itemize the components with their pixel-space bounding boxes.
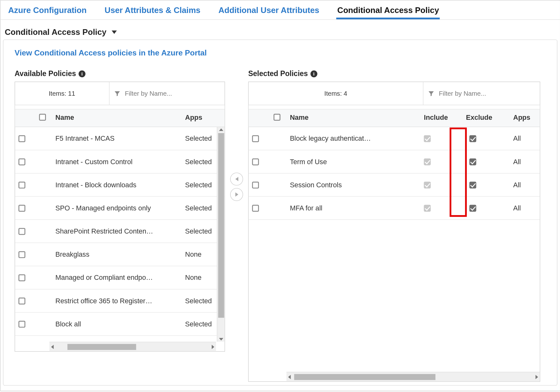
- table-row[interactable]: Restrict office 365 to Register…Selected: [15, 289, 224, 312]
- table-row[interactable]: F5 Intranet - MCASSelected: [15, 127, 224, 150]
- row-apps: All: [510, 204, 540, 212]
- selected-filter-input[interactable]: [439, 90, 536, 97]
- row-checkbox[interactable]: [18, 321, 25, 328]
- move-left-button[interactable]: [230, 173, 243, 186]
- section-title: Conditional Access Policy: [5, 28, 106, 37]
- selected-header-include[interactable]: Include: [421, 114, 463, 122]
- row-exclude: [462, 158, 510, 165]
- scroll-down-icon[interactable]: [219, 338, 223, 340]
- row-name: MFA for all: [286, 204, 421, 212]
- row-name: F5 Intranet - MCAS: [52, 135, 182, 142]
- table-row[interactable]: Term of UseAll: [249, 150, 540, 173]
- row-name: Managed or Compliant endpo…: [52, 274, 182, 281]
- selected-listbox: Items: 4 Name Include Exclude Apps Block…: [248, 81, 540, 382]
- hscroll-thumb[interactable]: [294, 374, 435, 380]
- include-checkbox[interactable]: [424, 205, 431, 212]
- row-checkbox[interactable]: [18, 158, 25, 165]
- table-row[interactable]: Block allSelected: [15, 312, 224, 336]
- arrow-right-icon: [235, 192, 238, 197]
- row-checkbox[interactable]: [18, 251, 25, 258]
- selected-header-apps[interactable]: Apps: [510, 114, 540, 122]
- row-name: Breakglass: [52, 251, 182, 258]
- table-row[interactable]: SharePoint Restricted Conten…Selected: [15, 220, 224, 243]
- table-row[interactable]: Block Legacy clients (Office, I…Selected: [15, 336, 224, 342]
- table-row[interactable]: Managed or Compliant endpo…None: [15, 266, 224, 289]
- row-checkbox[interactable]: [252, 158, 259, 165]
- policies-panel: View Conditional Access policies in the …: [3, 40, 557, 386]
- selected-header-exclude[interactable]: Exclude: [462, 114, 510, 122]
- row-checkbox[interactable]: [18, 181, 25, 188]
- selected-select-all[interactable]: [274, 114, 280, 121]
- table-row[interactable]: Session ControlsAll: [249, 173, 540, 196]
- selected-horizontal-scrollbar[interactable]: [286, 372, 540, 381]
- available-title-text: Available Policies: [15, 70, 76, 78]
- section-header[interactable]: Conditional Access Policy: [0, 20, 560, 39]
- hscroll-thumb[interactable]: [68, 344, 136, 350]
- tab-azure-configuration[interactable]: Azure Configuration: [7, 4, 87, 19]
- include-checkbox[interactable]: [424, 181, 431, 188]
- row-exclude: [462, 135, 510, 142]
- row-name: Session Controls: [286, 181, 421, 189]
- row-include: [421, 158, 463, 165]
- row-apps: All: [510, 158, 540, 165]
- hscroll-left-icon[interactable]: [51, 344, 54, 349]
- row-checkbox[interactable]: [252, 135, 259, 142]
- table-row[interactable]: BreakglassNone: [15, 243, 224, 266]
- hscroll-right-icon[interactable]: [212, 344, 214, 349]
- row-name: Intranet - Custom Control: [52, 158, 182, 165]
- available-header-apps[interactable]: Apps: [182, 114, 225, 122]
- available-listbox: Items: 11 Name Apps F5 Intranet - MCASSe…: [15, 81, 225, 351]
- row-checkbox[interactable]: [18, 205, 25, 212]
- table-row[interactable]: Intranet - Block downloadsSelected: [15, 173, 224, 196]
- row-name: Block legacy authenticat…: [286, 135, 421, 142]
- transfer-buttons: [230, 173, 243, 201]
- row-name: SPO - Managed endpoints only: [52, 204, 182, 212]
- row-include: [421, 181, 463, 188]
- row-name: Term of Use: [286, 158, 421, 165]
- tabs-bar: Azure Configuration User Attributes & Cl…: [0, 0, 560, 20]
- hscroll-left-icon[interactable]: [288, 375, 291, 379]
- selected-title: Selected Policies i: [248, 70, 540, 78]
- exclude-checkbox[interactable]: [469, 135, 476, 142]
- table-row[interactable]: Block legacy authenticat…All: [249, 127, 540, 150]
- scroll-thumb[interactable]: [218, 133, 224, 318]
- row-exclude: [462, 181, 510, 188]
- tab-additional-user-attributes[interactable]: Additional User Attributes: [218, 4, 320, 19]
- table-row[interactable]: MFA for allAll: [249, 197, 540, 220]
- row-apps: All: [510, 135, 540, 142]
- row-checkbox[interactable]: [18, 228, 25, 235]
- table-row[interactable]: SPO - Managed endpoints onlySelected: [15, 197, 224, 220]
- info-icon[interactable]: i: [79, 70, 86, 77]
- available-filter[interactable]: [109, 82, 225, 105]
- include-checkbox[interactable]: [424, 158, 431, 165]
- available-horizontal-scrollbar[interactable]: [49, 342, 216, 351]
- hscroll-right-icon[interactable]: [536, 375, 538, 379]
- available-select-all[interactable]: [39, 114, 46, 121]
- row-checkbox[interactable]: [18, 135, 25, 142]
- selected-filter[interactable]: [423, 82, 540, 105]
- tab-conditional-access-policy[interactable]: Conditional Access Policy: [337, 4, 440, 19]
- scroll-up-icon[interactable]: [219, 128, 223, 131]
- exclude-checkbox[interactable]: [469, 158, 476, 165]
- filter-icon: [428, 90, 434, 97]
- view-in-azure-link[interactable]: View Conditional Access policies in the …: [15, 48, 207, 57]
- include-checkbox[interactable]: [424, 135, 431, 142]
- table-row[interactable]: Intranet - Custom ControlSelected: [15, 150, 224, 173]
- filter-icon: [114, 90, 121, 97]
- row-checkbox[interactable]: [252, 181, 259, 188]
- exclude-checkbox[interactable]: [469, 181, 476, 188]
- move-right-button[interactable]: [230, 188, 243, 201]
- info-icon[interactable]: i: [311, 70, 318, 77]
- available-header-name[interactable]: Name: [52, 114, 182, 122]
- row-checkbox[interactable]: [18, 274, 25, 281]
- row-checkbox[interactable]: [18, 297, 25, 304]
- tab-user-attributes-claims[interactable]: User Attributes & Claims: [104, 4, 201, 19]
- selected-title-text: Selected Policies: [248, 70, 308, 78]
- row-checkbox[interactable]: [252, 205, 259, 212]
- arrow-left-icon: [235, 177, 238, 181]
- exclude-checkbox[interactable]: [469, 205, 476, 212]
- selected-header-name[interactable]: Name: [286, 114, 421, 122]
- available-vertical-scrollbar[interactable]: [217, 127, 224, 342]
- available-filter-input[interactable]: [125, 90, 220, 97]
- available-title: Available Policies i: [15, 70, 225, 78]
